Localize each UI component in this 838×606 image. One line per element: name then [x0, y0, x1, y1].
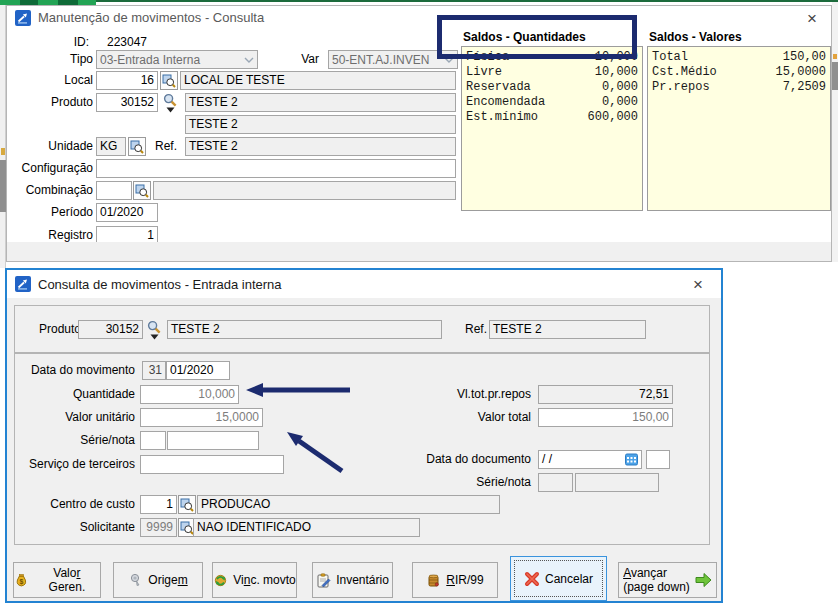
- cancelar-button[interactable]: Cancelar: [510, 556, 607, 601]
- solicitante-label: Solicitante: [15, 518, 135, 537]
- local-search-button[interactable]: [160, 71, 178, 90]
- combinacao-desc-field[interactable]: [153, 181, 456, 200]
- button-label: RIR/99: [446, 573, 483, 587]
- calendar-icon[interactable]: [625, 453, 638, 466]
- produto-desc-field[interactable]: TESTE 2: [167, 320, 442, 339]
- window2-titlebar[interactable]: Consulta de movimentos - Entrada interna: [7, 270, 721, 298]
- saldo-row: Física10,000: [466, 50, 638, 65]
- window2-title: Consulta de movimentos - Entrada interna: [38, 277, 282, 292]
- magnifier-button-icon: [130, 140, 144, 154]
- saldo-row: Reservada0,000: [466, 80, 638, 95]
- button-label: Origem: [148, 573, 187, 587]
- configuracao-label: Configuração: [11, 159, 93, 178]
- magnifier-button-icon: [135, 184, 149, 198]
- window1-title: Manutenção de movimentos - Consulta: [38, 10, 264, 25]
- vl-tot-pr-repos-label: Vl.tot.pr.repos: [419, 385, 531, 404]
- servico-terceiros-label: Serviço de terceiros: [15, 455, 135, 474]
- saldos-valores-title: Saldos - Valores: [649, 30, 742, 44]
- trend-arrow-icon: [15, 10, 31, 26]
- produto-code-field[interactable]: 30152: [78, 320, 143, 339]
- valor-geren-button[interactable]: $ Valor Geren.: [13, 562, 101, 598]
- local-code-field[interactable]: 16: [96, 71, 158, 90]
- produto-search-button[interactable]: [162, 93, 178, 115]
- ref-field[interactable]: TESTE 2: [185, 137, 456, 156]
- produto-code-field[interactable]: 30152: [96, 93, 158, 112]
- tipo-value: 03-Entrada Interna: [100, 53, 200, 67]
- serie-nota-doc-field-1[interactable]: [538, 473, 573, 492]
- produto-desc-field[interactable]: TESTE 2: [185, 93, 456, 112]
- saldos-valores-panel: Total150,00 Cst.Médio15,0000 Pr.repos7,2…: [647, 46, 831, 211]
- valor-unitario-field[interactable]: 15,0000: [140, 408, 263, 427]
- origem-button[interactable]: Origem: [113, 562, 203, 598]
- background-icon-fragment: [833, 54, 837, 59]
- ref-label: Ref.: [147, 137, 177, 156]
- local-desc-field[interactable]: LOCAL DE TESTE: [180, 71, 456, 90]
- solicitante-code-field[interactable]: 9999: [140, 518, 177, 537]
- recycle-arrows-icon: [213, 573, 228, 588]
- quantidade-field[interactable]: 10,000: [140, 385, 239, 404]
- centro-custo-code-field[interactable]: 1: [140, 495, 177, 514]
- background-scrollbar-fragment: [832, 62, 838, 90]
- magnifier-button-icon: [162, 74, 176, 88]
- window1-close-icon[interactable]: ×: [801, 9, 823, 29]
- centro-custo-desc-field[interactable]: PRODUCAO: [197, 495, 500, 514]
- magnifier-button-icon: [180, 521, 194, 535]
- centro-custo-search-button[interactable]: [178, 495, 196, 514]
- background-right-sliver: [832, 2, 838, 262]
- serie-nota-field-1[interactable]: [140, 431, 166, 450]
- produto-desc2-field[interactable]: TESTE 2: [185, 115, 456, 134]
- serie-nota-field-2[interactable]: [167, 431, 259, 450]
- var-label: Var: [273, 50, 319, 69]
- unidade-field[interactable]: KG: [96, 137, 126, 156]
- clipboard-icon: [316, 573, 331, 588]
- var-dropdown[interactable]: 50-ENT.AJ.INVEN: [328, 50, 458, 69]
- data-movimento-day-field[interactable]: 31: [142, 361, 166, 380]
- rir99-button[interactable]: RIR/99: [412, 562, 498, 598]
- window-manutencao-movimentos: Manutenção de movimentos - Consulta × ID…: [6, 5, 832, 262]
- saldo-row: Pr.repos7,2509: [652, 80, 826, 95]
- saldo-row: Cst.Médio15,0000: [652, 65, 826, 80]
- ref-field[interactable]: TESTE 2: [489, 320, 646, 339]
- unidade-search-button[interactable]: [128, 137, 146, 156]
- data-documento-field[interactable]: / /: [538, 450, 642, 469]
- solicitante-desc-field[interactable]: NAO IDENTIFICADO: [193, 518, 420, 537]
- combinacao-label: Combinação: [11, 181, 93, 200]
- svg-text:$: $: [19, 577, 23, 585]
- vl-tot-pr-repos-field[interactable]: 72,51: [538, 385, 673, 404]
- window2-close-icon[interactable]: ×: [687, 275, 709, 295]
- valor-total-label: Valor total: [419, 408, 531, 427]
- background-icon-fragment: [1, 148, 5, 155]
- money-bag-icon: $: [14, 573, 29, 588]
- serie-nota-doc-field-2[interactable]: [575, 473, 659, 492]
- tipo-dropdown[interactable]: 03-Entrada Interna: [96, 50, 258, 69]
- inventario-button[interactable]: Inventário: [312, 562, 393, 598]
- combinacao-search-button[interactable]: [133, 181, 151, 200]
- saldos-quantidades-title: Saldos - Quantidades: [463, 30, 586, 44]
- periodo-field[interactable]: 01/2020: [96, 203, 158, 222]
- valor-unitario-label: Valor unitário: [15, 408, 135, 427]
- data-movimento-month-field[interactable]: 01/2020: [166, 361, 230, 380]
- seal-icon: [128, 573, 143, 588]
- avancar-button[interactable]: Avançar (page down): [618, 562, 717, 598]
- produto-search-button[interactable]: [146, 320, 162, 342]
- servico-terceiros-field[interactable]: [140, 455, 284, 474]
- chevron-down-icon: [150, 334, 159, 340]
- data-documento-label: Data do documento: [419, 450, 531, 469]
- saldo-row: Encomendada0,000: [466, 95, 638, 110]
- button-label: Valor Geren.: [34, 566, 100, 594]
- magnifier-button-icon: [180, 498, 194, 512]
- button-label: Inventário: [336, 573, 389, 587]
- data-documento-extra-field[interactable]: [646, 450, 670, 469]
- vinc-movto-button[interactable]: Vinc. movto: [212, 562, 297, 598]
- data-movimento-label: Data do movimento: [15, 361, 135, 380]
- serie-nota-doc-label: Série/nota: [419, 473, 531, 492]
- ref-label: Ref.: [457, 320, 487, 339]
- barrel-icon: [426, 573, 441, 588]
- window1-titlebar[interactable]: Manutenção de movimentos - Consulta: [7, 6, 831, 29]
- background-green-line: [96, 0, 838, 2]
- configuracao-field[interactable]: [96, 159, 456, 178]
- combinacao-code-field[interactable]: [96, 181, 132, 200]
- quantidade-label: Quantidade: [15, 385, 135, 404]
- red-x-icon: [524, 571, 540, 587]
- valor-total-field[interactable]: 150,00: [538, 408, 673, 427]
